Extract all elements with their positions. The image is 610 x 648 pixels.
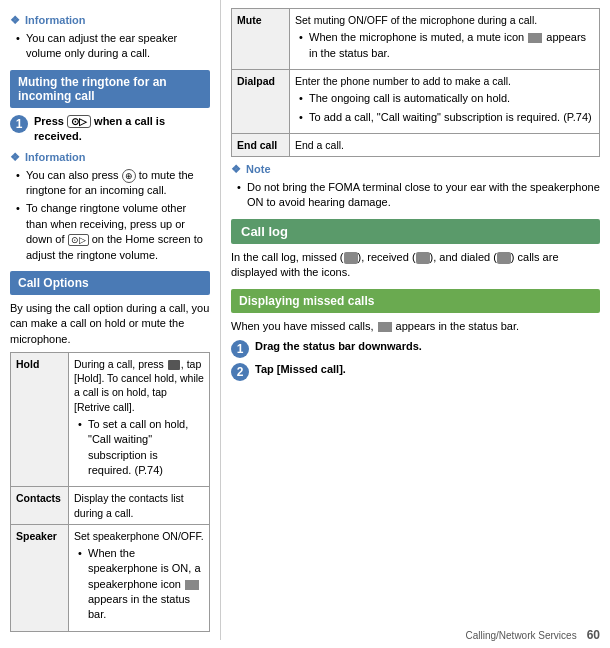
dialpad-label: Dialpad (232, 69, 290, 133)
step-drag-text: Drag the status bar downwards. (255, 339, 422, 354)
call-log-header: Call log (231, 219, 600, 244)
step-tap: 2 Tap [Missed call]. (231, 362, 600, 381)
step-1-num: 1 (10, 115, 28, 133)
mute-label: Mute (232, 9, 290, 70)
side-key-icon: ⊙▷ (67, 115, 91, 128)
note-item: Do not bring the FOMA terminal close to … (237, 180, 600, 211)
speaker-label: Speaker (11, 524, 69, 631)
vol-key-icon: ⊙▷ (68, 234, 89, 246)
left-column: Information You can adjust the ear speak… (0, 0, 220, 640)
table-row-mute: Mute Set muting ON/OFF of the microphone… (232, 9, 600, 70)
info-heading-1: Information (10, 14, 210, 27)
dialpad-content: Enter the phone number to add to make a … (290, 69, 600, 133)
info-list-2: You can also press ⊕ to mute the rington… (10, 168, 210, 263)
note-heading: Note (231, 163, 600, 176)
table-row-contacts: Contacts Display the contacts list durin… (11, 487, 210, 524)
speaker-content: Set speakerphone ON/OFF. When the speake… (69, 524, 210, 631)
table-row-dialpad: Dialpad Enter the phone number to add to… (232, 69, 600, 133)
table-row-endcall: End call End a call. (232, 133, 600, 156)
info-item-2-1: You can also press ⊕ to mute the rington… (16, 168, 210, 199)
call-log-para: In the call log, missed (), received (),… (231, 250, 600, 281)
call-options-para: By using the call option during a call, … (10, 301, 210, 347)
step-drag-num: 1 (231, 340, 249, 358)
page-footer: Calling/Network Services 60 (465, 628, 600, 642)
call-options-header: Call Options (10, 271, 210, 295)
note-list: Do not bring the FOMA terminal close to … (231, 180, 600, 211)
page-number: 60 (587, 628, 600, 642)
step-drag: 1 Drag the status bar downwards. (231, 339, 600, 358)
mute-icon (528, 33, 542, 43)
call-options-table: Hold During a call, press , tap [Hold]. … (10, 352, 210, 632)
hold-content: During a call, press , tap [Hold]. To ca… (69, 353, 210, 487)
menu-icon (168, 360, 180, 370)
info-heading-1-text: Information (25, 14, 86, 26)
dialed-call-icon (497, 252, 511, 264)
step-tap-num: 2 (231, 363, 249, 381)
footer-text: Calling/Network Services (465, 630, 576, 641)
step-tap-text: Tap [Missed call]. (255, 362, 346, 377)
missed-call-icon (344, 252, 358, 264)
endcall-content: End a call. (290, 133, 600, 156)
info-item-1: You can adjust the ear speaker volume on… (16, 31, 210, 62)
endcall-label: End call (232, 133, 290, 156)
step-1-text: Press ⊙▷ when a call is received. (34, 114, 210, 145)
displaying-missed-para: When you have missed calls, appears in t… (231, 319, 600, 334)
hold-label: Hold (11, 353, 69, 487)
muting-header: Muting the ringtone for an incoming call (10, 70, 210, 108)
table-row-hold: Hold During a call, press , tap [Hold]. … (11, 353, 210, 487)
mute-key-icon: ⊕ (122, 169, 136, 183)
speaker-icon (185, 580, 199, 590)
received-call-icon (416, 252, 430, 264)
contacts-label: Contacts (11, 487, 69, 524)
info-heading-2: Information (10, 151, 210, 164)
right-options-table: Mute Set muting ON/OFF of the microphone… (231, 8, 600, 157)
contacts-content: Display the contacts list during a call. (69, 487, 210, 524)
missed-notif-icon (378, 322, 392, 332)
info-list-1: You can adjust the ear speaker volume on… (10, 31, 210, 62)
table-row-speaker: Speaker Set speakerphone ON/OFF. When th… (11, 524, 210, 631)
step-1: 1 Press ⊙▷ when a call is received. (10, 114, 210, 145)
info-item-2-2: To change ringtone volume other than whe… (16, 201, 210, 263)
displaying-missed-header: Displaying missed calls (231, 289, 600, 313)
mute-content: Set muting ON/OFF of the microphone duri… (290, 9, 600, 70)
right-column: Mute Set muting ON/OFF of the microphone… (220, 0, 610, 640)
